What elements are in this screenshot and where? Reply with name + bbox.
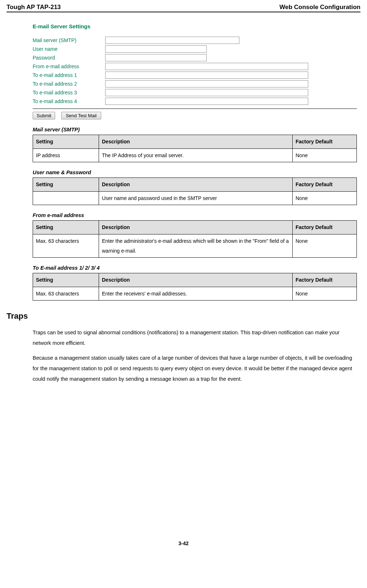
table-3-title: From e-mail address [33, 212, 357, 218]
cell-default: None [293, 234, 357, 257]
th-setting: Setting [33, 178, 99, 192]
th-default: Factory Default [293, 178, 357, 192]
mail-server-table: Setting Description Factory Default IP a… [33, 135, 357, 162]
to-email-3-label: To e-mail address 3 [33, 90, 105, 95]
header-title-right: Web Console Configuration [279, 4, 360, 11]
cell-desc: Enter the receivers' e-mail addresses. [99, 287, 293, 301]
password-label: Password [33, 55, 105, 61]
table-row: Max. 63 characters Enter the administrat… [33, 234, 357, 257]
th-setting: Setting [33, 135, 99, 149]
send-test-mail-button[interactable]: Send Test Mail [61, 112, 101, 119]
password-input[interactable] [105, 54, 207, 61]
to-email-4-input[interactable] [105, 98, 308, 105]
cell-setting: Max. 63 characters [33, 287, 99, 301]
cell-desc: User name and password used in the SMTP … [99, 191, 293, 205]
header-title-left: Tough AP TAP-213 [7, 4, 61, 11]
to-email-2-label: To e-mail address 2 [33, 81, 105, 87]
to-email-2-input[interactable] [105, 80, 308, 87]
cell-default: None [293, 287, 357, 301]
cell-setting [33, 191, 99, 205]
th-setting: Setting [33, 221, 99, 234]
cell-desc: Enter the administrator's e-mail address… [99, 234, 293, 257]
cell-default: None [293, 191, 357, 205]
th-default: Factory Default [293, 135, 357, 149]
th-description: Description [99, 178, 293, 192]
from-email-label: From e-mail address [33, 64, 105, 69]
page-header: Tough AP TAP-213 Web Console Configurati… [7, 4, 360, 12]
table-2-title: User name & Password [33, 170, 357, 175]
table-row: User name and password used in the SMTP … [33, 191, 357, 205]
to-email-3-input[interactable] [105, 89, 308, 96]
table-row: IP address The IP Address of your email … [33, 148, 357, 162]
username-password-table: Setting Description Factory Default User… [33, 177, 357, 205]
traps-heading: Traps [7, 311, 360, 321]
th-description: Description [99, 273, 293, 287]
mail-server-input[interactable] [105, 37, 239, 44]
table-4-title: To E-mail address 1/ 2/ 3/ 4 [33, 265, 357, 271]
cell-setting: IP address [33, 148, 99, 162]
traps-paragraph-1: Traps can be used to signal abnormal con… [33, 327, 357, 348]
from-email-table: Setting Description Factory Default Max.… [33, 220, 357, 258]
th-setting: Setting [33, 273, 99, 287]
page-number: 3-42 [7, 540, 360, 546]
th-default: Factory Default [293, 273, 357, 287]
cell-default: None [293, 148, 357, 162]
to-email-4-label: To e-mail address 4 [33, 98, 105, 104]
submit-button[interactable]: Submit [33, 112, 55, 119]
mail-server-label: Mail server (SMTP) [33, 37, 105, 43]
cell-desc: The IP Address of your email server. [99, 148, 293, 162]
cell-setting: Max. 63 characters [33, 234, 99, 257]
th-default: Factory Default [293, 221, 357, 234]
to-email-1-label: To e-mail address 1 [33, 72, 105, 78]
traps-paragraph-2: Because a management station usually tak… [33, 353, 357, 384]
to-email-1-input[interactable] [105, 72, 308, 79]
user-name-label: User name [33, 46, 105, 52]
to-email-table: Setting Description Factory Default Max.… [33, 273, 357, 301]
th-description: Description [99, 135, 293, 149]
th-description: Description [99, 221, 293, 234]
user-name-input[interactable] [105, 45, 207, 53]
email-settings-form: E-mail Server Settings Mail server (SMTP… [33, 23, 357, 109]
from-email-input[interactable] [105, 63, 308, 70]
form-title: E-mail Server Settings [33, 23, 342, 29]
table-row: Max. 63 characters Enter the receivers' … [33, 287, 357, 301]
table-1-title: Mail server (SMTP) [33, 127, 357, 132]
